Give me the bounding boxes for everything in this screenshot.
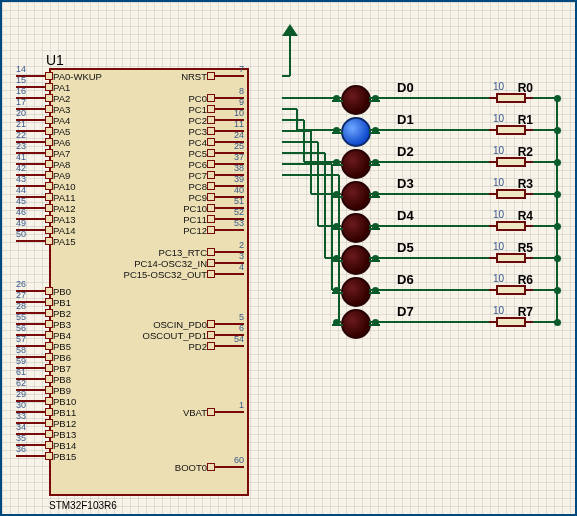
resistor-ref: R7	[518, 305, 533, 319]
resistor-ref: R2	[518, 145, 533, 159]
pin-name: PC15-OSC32_OUT	[120, 269, 211, 280]
junction	[372, 255, 379, 262]
pin-name: PC13_RTC	[155, 247, 211, 258]
pin-PB15[interactable]: 36PB15	[16, 450, 80, 462]
pin-PC15-OSC32_OUT[interactable]: 4PC15-OSC32_OUT	[120, 268, 244, 280]
pin-number: 59	[16, 356, 26, 366]
pin-number: 14	[16, 64, 26, 74]
resistor-value: 10	[493, 177, 504, 188]
led-D0[interactable]	[341, 85, 371, 115]
pin-name: BOOT0	[171, 462, 211, 473]
resistor-value: 10	[493, 273, 504, 284]
pin-number: 50	[16, 229, 26, 239]
resistor-R5[interactable]: 10R5	[489, 253, 533, 263]
resistor-R6[interactable]: 10R6	[489, 285, 533, 295]
resistor-ref: R6	[518, 273, 533, 287]
pin-number: 52	[234, 207, 244, 217]
led-D3[interactable]	[341, 181, 371, 211]
pin-name: PA12	[49, 203, 80, 214]
resistor-R3[interactable]: 10R3	[489, 189, 533, 199]
junction	[554, 223, 561, 230]
pin-number: 20	[16, 108, 26, 118]
pin-number: 30	[16, 400, 26, 410]
pin-NRST[interactable]: 7NRST	[177, 70, 244, 82]
pin-number: 11	[234, 119, 244, 129]
pin-number: 37	[234, 152, 244, 162]
pin-name: PB10	[49, 396, 80, 407]
wire-PC2	[282, 119, 304, 121]
pin-number: 42	[16, 163, 26, 173]
resistor-R0[interactable]: 10R0	[489, 93, 533, 103]
led-label-D1: D1	[397, 112, 414, 127]
wire-led-D1	[369, 129, 489, 131]
pin-number: 34	[16, 422, 26, 432]
resistor-value: 10	[493, 305, 504, 316]
resistor-ref: R4	[518, 209, 533, 223]
wire-PC1	[282, 108, 297, 110]
pin-number: 40	[234, 185, 244, 195]
pin-number: 3	[239, 251, 244, 261]
junction	[554, 159, 561, 166]
wire-PC5	[324, 153, 326, 258]
resistor-R1[interactable]: 10R1	[489, 125, 533, 135]
led-label-D5: D5	[397, 240, 414, 255]
pin-number: 1	[239, 400, 244, 410]
led-D1[interactable]	[341, 117, 371, 147]
pin-number: 15	[16, 75, 26, 85]
wire-PC3	[282, 130, 311, 132]
resistor-value: 10	[493, 145, 504, 156]
wire-PC4	[282, 141, 318, 143]
pin-name: PB14	[49, 440, 80, 451]
pin-name: PA15	[49, 236, 80, 247]
led-D7[interactable]	[341, 309, 371, 339]
wire-led-D4	[369, 225, 489, 227]
pin-number: 51	[234, 196, 244, 206]
wire-PC6	[331, 164, 333, 290]
pin-name: PC14-OSC32_IN	[130, 258, 211, 269]
pin-number: 22	[16, 130, 26, 140]
junction	[372, 287, 379, 294]
junction	[554, 287, 561, 294]
pin-BOOT0[interactable]: 60BOOT0	[171, 461, 244, 473]
pin-number: 49	[16, 218, 26, 228]
pin-VBAT[interactable]: 1VBAT	[179, 406, 244, 418]
pin-name: PA14	[49, 225, 80, 236]
wire-nrst	[289, 36, 291, 76]
led-D6[interactable]	[341, 277, 371, 307]
wire-PC4	[317, 142, 319, 226]
resistor-R7[interactable]: 10R7	[489, 317, 533, 327]
pin-PD2[interactable]: 54PD2	[185, 340, 244, 352]
pin-number: 33	[16, 411, 26, 421]
led-D2[interactable]	[341, 149, 371, 179]
resistor-R4[interactable]: 10R4	[489, 221, 533, 231]
junction	[372, 319, 379, 326]
pin-number: 25	[234, 141, 244, 151]
pin-number: 41	[16, 152, 26, 162]
pin-number: 8	[239, 86, 244, 96]
led-D5[interactable]	[341, 245, 371, 275]
pin-number: 21	[16, 119, 26, 129]
junction	[554, 255, 561, 262]
pin-PA15[interactable]: 50PA15	[16, 235, 80, 247]
wire-PC7	[282, 174, 339, 176]
junction	[372, 95, 379, 102]
pin-number: 17	[16, 97, 26, 107]
resistor-R2[interactable]: 10R2	[489, 157, 533, 167]
pin-number: 4	[239, 262, 244, 272]
pin-number: 36	[16, 444, 26, 454]
wire-led-D7	[369, 321, 489, 323]
resistor-value: 10	[493, 209, 504, 220]
pin-number: 58	[16, 345, 26, 355]
pin-number: 38	[234, 163, 244, 173]
pin-PC12[interactable]: 53PC12	[179, 224, 244, 236]
pin-number: 9	[239, 97, 244, 107]
led-label-D0: D0	[397, 80, 414, 95]
led-label-D6: D6	[397, 272, 414, 287]
resistor-value: 10	[493, 81, 504, 92]
led-label-D4: D4	[397, 208, 414, 223]
pin-name: NRST	[177, 71, 211, 82]
pin-number: 56	[16, 323, 26, 333]
junction	[372, 127, 379, 134]
led-D4[interactable]	[341, 213, 371, 243]
pin-name: PA11	[49, 192, 80, 203]
